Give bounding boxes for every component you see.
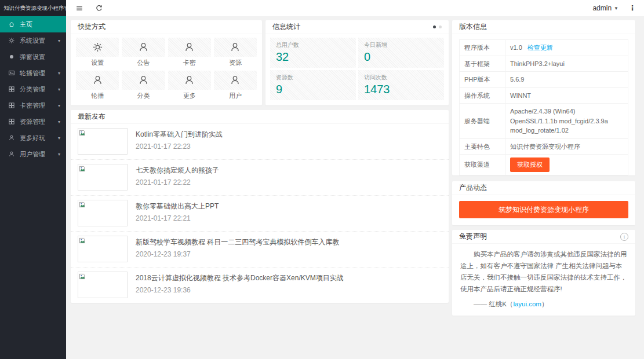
post-date: 2020-12-23 19:36 bbox=[136, 286, 344, 294]
disclaimer-text: 购买本产品的客户请勿涉黄或其他违反国家法律的用途上，如有客户不遵守国家法律 产生… bbox=[460, 248, 627, 295]
stat-total-users: 总用户数 32 bbox=[270, 38, 356, 68]
sidebar-item-carousel-management[interactable]: 轮播管理 ▾ bbox=[0, 65, 66, 81]
post-title: 新版驾校学车视频教程 科目一二三四驾考宝典模拟软件倒车入库教 bbox=[136, 237, 339, 247]
shortcut-carousel[interactable]: 轮播 bbox=[76, 71, 119, 102]
stat-value: 32 bbox=[276, 50, 350, 64]
shortcut-label: 资源 bbox=[214, 57, 257, 69]
post-title: Kotlin零基础入门到进阶实战 bbox=[136, 130, 223, 140]
table-row: 基于框架 ThinkPHP3.2+layui bbox=[460, 56, 628, 72]
carousel-dot[interactable] bbox=[439, 25, 442, 28]
get-authorization-button[interactable]: 获取授权 bbox=[510, 157, 550, 172]
shortcut-label: 轮播 bbox=[76, 90, 119, 102]
stats-grid: 总用户数 32 今日新增 0 资源数 9 bbox=[265, 34, 449, 104]
sidebar-item-label: 卡密管理 bbox=[20, 101, 45, 110]
product-link-button[interactable]: 筑梦知识付费资源变现小程序 bbox=[459, 201, 628, 218]
version-table: 程序版本 v1.0 检查更新 基于框架 ThinkPHP3.2+layui PH… bbox=[459, 39, 628, 175]
chevron-down-icon: ▾ bbox=[58, 119, 60, 124]
sidebar-item-category-management[interactable]: 分类管理 ▾ bbox=[0, 81, 66, 97]
shortcut-card-key[interactable]: 卡密 bbox=[168, 38, 211, 69]
shortcut-label: 更多 bbox=[168, 90, 211, 102]
shortcut-user[interactable]: 用户 bbox=[214, 71, 257, 102]
row-label: PHP版本 bbox=[460, 72, 505, 88]
chevron-down-icon: ▾ bbox=[58, 135, 60, 141]
list-item[interactable]: Kotlin零基础入门到进阶实战 2021-01-17 22:23 bbox=[71, 124, 449, 160]
user-icon bbox=[8, 134, 15, 142]
check-update-link[interactable]: 检查更新 bbox=[527, 44, 553, 51]
table-row: 主要特色 知识付费资源变现小程序 bbox=[460, 138, 628, 155]
post-date: 2020-12-23 19:37 bbox=[136, 250, 339, 258]
collapse-sidebar-icon[interactable] bbox=[75, 4, 83, 12]
user-icon bbox=[214, 71, 257, 90]
sidebar-item-label: 主页 bbox=[20, 20, 32, 29]
sidebar-item-label: 系统设置 bbox=[20, 36, 45, 45]
grid-icon bbox=[8, 86, 15, 93]
sidebar-item-card-key-management[interactable]: 卡密管理 ▾ bbox=[0, 97, 66, 113]
carousel-icon bbox=[8, 69, 15, 77]
post-title: 七天教你搞定烦人的熊孩子 bbox=[136, 166, 219, 175]
user-menu[interactable]: admin ▼ bbox=[592, 4, 618, 12]
card-title: 信息统计 bbox=[272, 20, 300, 34]
sidebar-item-more-fun[interactable]: 更多好玩 ▾ bbox=[0, 130, 66, 146]
card-title: 最新发布 bbox=[78, 110, 105, 123]
broken-image-icon bbox=[79, 166, 86, 172]
stat-label: 今日新增 bbox=[364, 41, 438, 49]
sidebar-item-system-settings[interactable]: 系统设置 ▾ bbox=[0, 32, 66, 49]
post-date: 2021-01-17 22:22 bbox=[136, 178, 219, 186]
shortcut-resource[interactable]: 资源 bbox=[214, 38, 257, 69]
user-icon bbox=[8, 151, 15, 158]
program-version: v1.0 bbox=[510, 44, 522, 51]
stat-new-today: 今日新增 0 bbox=[358, 38, 444, 68]
shortcut-more[interactable]: 更多 bbox=[168, 71, 211, 102]
sidebar-item-label: 更多好玩 bbox=[20, 134, 45, 142]
user-icon bbox=[122, 38, 165, 57]
gear-icon bbox=[76, 38, 119, 57]
dot-icon bbox=[8, 53, 15, 61]
shortcut-category[interactable]: 分类 bbox=[122, 71, 165, 102]
disclaimer-signature: —— 红桃K（layui.com） bbox=[460, 300, 627, 309]
layui-link[interactable]: layui.com bbox=[513, 301, 541, 307]
carousel-dots bbox=[433, 25, 442, 28]
list-item[interactable]: 新版驾校学车视频教程 科目一二三四驾考宝典模拟软件倒车入库教 2020-12-2… bbox=[71, 232, 449, 268]
server-value: Apache/2.4.39 (Win64) OpenSSL/1.1.1b mod… bbox=[505, 104, 628, 139]
shortcut-label: 卡密 bbox=[168, 57, 211, 69]
sidebar: 知识付费资源变现小程序管 主页 系统设置 ▾ 弹窗设置 轮播管理 ▾ 分类管理 … bbox=[0, 0, 66, 359]
table-row: PHP版本 5.6.9 bbox=[460, 72, 628, 88]
list-item[interactable]: 教你零基础做出高大上PPT 2021-01-17 22:21 bbox=[71, 196, 449, 232]
sidebar-item-home[interactable]: 主页 bbox=[0, 16, 66, 32]
chevron-down-icon: ▾ bbox=[58, 152, 60, 157]
shortcut-label: 分类 bbox=[122, 90, 165, 102]
sidebar-item-resource-management[interactable]: 资源管理 ▾ bbox=[0, 113, 66, 130]
main-content: 快捷方式 设置 公告 卡密 bbox=[71, 20, 635, 316]
refresh-icon[interactable] bbox=[95, 4, 103, 12]
product-news-card: 产品动态 筑梦知识付费资源变现小程序 bbox=[452, 181, 635, 225]
list-item[interactable]: 2018云计算虚拟化视频教程 技术参考Docker容器Xen/KVM项目实战 2… bbox=[71, 268, 449, 303]
sidebar-item-user-management[interactable]: 用户管理 ▾ bbox=[0, 146, 66, 162]
broken-image-icon bbox=[79, 202, 86, 208]
grid-icon bbox=[8, 118, 15, 126]
info-icon[interactable]: i bbox=[620, 233, 628, 241]
shortcut-settings[interactable]: 设置 bbox=[76, 38, 119, 69]
shortcut-announcement[interactable]: 公告 bbox=[122, 38, 165, 69]
broken-image-icon bbox=[79, 237, 86, 244]
grid-icon bbox=[8, 102, 15, 109]
version-info-card: 版本信息 程序版本 v1.0 检查更新 基于框架 ThinkPHP3.2+lay… bbox=[452, 20, 635, 175]
post-thumbnail bbox=[78, 128, 128, 155]
user-icon bbox=[168, 38, 211, 57]
table-row: 程序版本 v1.0 检查更新 bbox=[460, 40, 628, 56]
shortcuts-card: 快捷方式 设置 公告 卡密 bbox=[71, 20, 262, 105]
stat-value: 0 bbox=[364, 50, 438, 64]
carousel-dot-active[interactable] bbox=[433, 25, 436, 28]
php-version-value: 5.6.9 bbox=[505, 72, 628, 88]
row-label: 操作系统 bbox=[460, 87, 505, 104]
sidebar-item-popup-settings[interactable]: 弹窗设置 bbox=[0, 49, 66, 65]
stat-label: 资源数 bbox=[276, 74, 350, 82]
os-value: WINNT bbox=[505, 87, 628, 104]
row-label: 程序版本 bbox=[460, 40, 505, 56]
table-row: 服务器端 Apache/2.4.39 (Win64) OpenSSL/1.1.1… bbox=[460, 104, 628, 139]
user-icon bbox=[76, 71, 119, 90]
vertical-ellipsis-icon[interactable]: ⋮ bbox=[629, 4, 636, 12]
list-item[interactable]: 七天教你搞定烦人的熊孩子 2021-01-17 22:22 bbox=[71, 160, 449, 196]
stat-resources: 资源数 9 bbox=[270, 70, 356, 100]
stat-value: 1473 bbox=[364, 83, 438, 96]
row-label: 基于框架 bbox=[460, 56, 505, 72]
